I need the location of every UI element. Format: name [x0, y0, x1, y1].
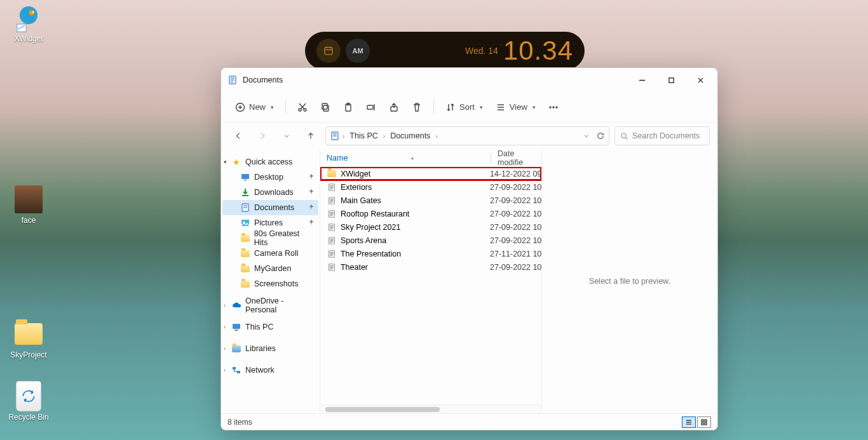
chevron-right-icon[interactable]: › [342, 133, 344, 140]
sidebar-onedrive[interactable]: ›OneDrive - Personal [222, 298, 318, 313]
sidebar-item-camera-roll[interactable]: Camera Roll [222, 246, 318, 261]
item-icon [240, 203, 250, 213]
sidebar-thispc[interactable]: ›This PC [222, 319, 318, 335]
sidebar-item-downloads[interactable]: Downloads [222, 185, 318, 200]
sort-icon [445, 102, 456, 112]
view-details-toggle[interactable] [682, 417, 696, 428]
folder-row-xwidget[interactable]: XWidget14-12-2022 09 [320, 167, 541, 180]
nav-forward[interactable] [253, 126, 272, 145]
sidebar-item-80s-greatest-hits[interactable]: 80s Greatest Hits [222, 230, 318, 246]
svg-point-0 [20, 6, 37, 24]
document-icon [327, 249, 337, 259]
nav-recent[interactable] [277, 126, 296, 145]
chevron-down-icon[interactable]: ▾ [224, 159, 227, 165]
chevron-right-icon[interactable]: › [224, 367, 226, 373]
chevron-right-icon[interactable]: › [224, 345, 226, 352]
minimize-button[interactable] [627, 68, 656, 92]
document-icon [327, 262, 337, 272]
close-button[interactable] [686, 68, 715, 92]
sidebar-item-screenshots[interactable]: Screenshots [222, 276, 318, 291]
sidebar-item-mygarden[interactable]: MyGarden [222, 261, 318, 276]
copy-button[interactable] [315, 97, 336, 117]
svg-rect-97 [705, 423, 707, 425]
file-row-main-gates[interactable]: Main Gates27-09-2022 10 [320, 194, 541, 207]
svg-point-36 [550, 107, 551, 108]
pin-icon [308, 204, 315, 211]
chevron-down-icon: ▾ [532, 104, 536, 110]
chevron-right-icon[interactable]: › [224, 324, 226, 330]
view-thumbnails-toggle[interactable] [697, 417, 711, 428]
svg-rect-56 [329, 183, 335, 190]
share-button[interactable] [384, 97, 404, 117]
view-button[interactable]: View▾ [491, 97, 541, 117]
nav-back[interactable] [229, 126, 248, 145]
chevron-right-icon[interactable]: › [224, 302, 226, 309]
horizontal-scrollbar[interactable] [320, 404, 541, 413]
trash-icon [412, 102, 422, 112]
svg-rect-44 [241, 174, 249, 179]
svg-rect-86 [329, 263, 335, 270]
search-input[interactable]: Search Documents [614, 126, 710, 145]
chevron-down-icon[interactable] [583, 133, 590, 139]
svg-rect-81 [329, 250, 335, 257]
desktop-shortcut-xwidget[interactable]: XWidget [4, 3, 53, 43]
pin-icon [308, 219, 315, 227]
titlebar[interactable]: Documents [221, 68, 717, 92]
toolbar: New▾ Sort▾ View▾ [221, 92, 717, 123]
clock-widget[interactable]: AM Wed. 14 10.34 [305, 32, 585, 70]
more-button[interactable] [543, 97, 564, 117]
desktop-recycle-bin[interactable]: Recycle Bin [4, 381, 53, 422]
column-header-name[interactable]: Name▴ [327, 154, 491, 163]
chevron-right-icon[interactable]: › [383, 133, 385, 140]
nav-up[interactable] [301, 126, 320, 145]
breadcrumb-documents[interactable]: Documents [388, 130, 433, 142]
sidebar-item-pictures[interactable]: Pictures [222, 215, 318, 230]
file-row-rooftop-restaurant[interactable]: Rooftop Restaurant27-09-2022 10 [320, 207, 541, 220]
svg-rect-71 [329, 223, 335, 230]
sort-button[interactable]: Sort▾ [440, 97, 488, 117]
libraries-icon [231, 343, 241, 354]
new-button[interactable]: New▾ [230, 97, 279, 117]
sidebar-quick-access[interactable]: ▾ ★ Quick access [222, 154, 318, 170]
desktop-file-face[interactable]: face [4, 184, 53, 225]
rename-button[interactable] [361, 97, 381, 117]
plus-circle-icon [235, 102, 245, 112]
document-icon [327, 182, 337, 192]
breadcrumb-thispc[interactable]: This PC [347, 130, 380, 142]
calendar-icon[interactable] [316, 39, 341, 63]
sidebar-item-desktop[interactable]: Desktop [222, 170, 318, 185]
sidebar-network[interactable]: ›Network [222, 363, 318, 378]
item-icon [240, 233, 250, 243]
svg-point-42 [621, 133, 626, 138]
scissors-icon [297, 102, 308, 112]
delete-button[interactable] [407, 97, 427, 117]
column-header-date[interactable]: Date modifie [498, 149, 541, 167]
share-icon [389, 102, 399, 112]
maximize-button[interactable] [656, 68, 686, 92]
cut-button[interactable] [292, 97, 313, 117]
documents-icon [227, 75, 238, 85]
sidebar-libraries[interactable]: ›Libraries [222, 341, 318, 356]
desktop-icon-label: XWidget [4, 34, 53, 43]
file-row-exteriors[interactable]: Exteriors27-09-2022 10 [320, 180, 541, 194]
desktop-icon-label: face [4, 216, 53, 225]
desktop-folder-skyproject[interactable]: SkyProject [4, 319, 53, 359]
file-row-sky-project-2021[interactable]: Sky Project 202127-09-2022 10 [320, 220, 541, 234]
chevron-right-icon[interactable]: › [435, 133, 437, 140]
refresh-icon[interactable] [596, 131, 605, 140]
file-row-theater[interactable]: Theater27-09-2022 10 [320, 260, 541, 274]
file-row-sports-arena[interactable]: Sports Arena27-09-2022 10 [320, 234, 541, 247]
statusbar: 8 items [221, 413, 717, 430]
svg-rect-53 [234, 330, 238, 331]
sidebar-item-documents[interactable]: Documents [222, 200, 318, 215]
pc-icon [231, 322, 241, 332]
paste-button[interactable] [338, 97, 358, 117]
chevron-down-icon: ▾ [480, 104, 483, 110]
file-row-the-presentation[interactable]: The Presentation27-11-2021 10 [320, 247, 541, 260]
file-list: Name▴ Date modifie XWidget14-12-2022 09E… [320, 149, 541, 413]
desktop-icon-label: SkyProject [4, 350, 53, 359]
address-bar[interactable]: › This PC › Documents › [325, 126, 609, 145]
svg-rect-4 [325, 48, 332, 55]
document-icon [327, 222, 337, 232]
ampm-toggle[interactable]: AM [346, 39, 370, 63]
